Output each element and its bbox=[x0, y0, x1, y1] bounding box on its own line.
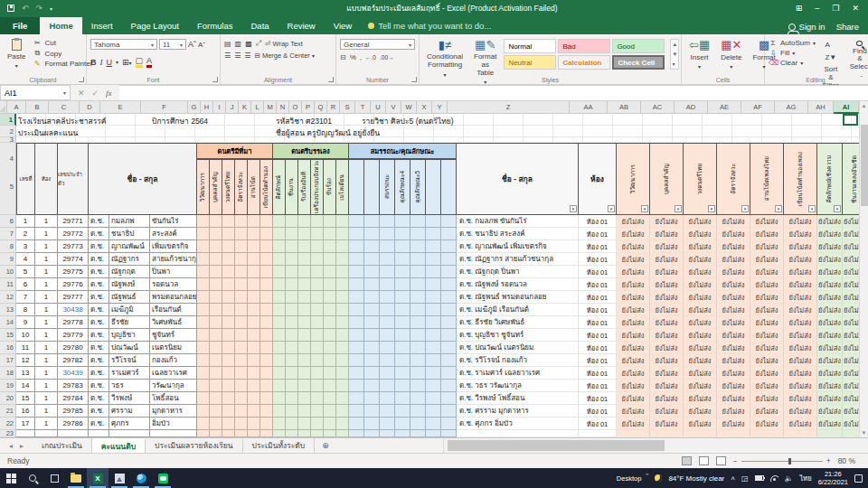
tell-me-box[interactable]: Tell me what you want to do... bbox=[361, 17, 498, 34]
select-all-corner[interactable] bbox=[0, 101, 7, 114]
restore-button[interactable]: ❐ bbox=[832, 4, 839, 13]
column-header-K[interactable]: K bbox=[239, 101, 251, 114]
redo-icon[interactable]: ↷ bbox=[36, 4, 43, 13]
paste-button[interactable]: Paste▾ bbox=[4, 37, 29, 73]
format-painter-button[interactable]: ✎Format Painter bbox=[33, 60, 92, 68]
number-format-select[interactable]: General▾ bbox=[340, 39, 415, 50]
sheet-tab-ประเมินผลรายห้องเรียน[interactable]: ประเมินผลรายห้องเรียน bbox=[146, 438, 242, 453]
comma-style-icon[interactable]: , bbox=[360, 53, 362, 61]
filter-button-right-header-col-7[interactable]: ▾ bbox=[834, 205, 841, 212]
row-header-19[interactable]: 19 bbox=[0, 380, 16, 392]
tab-page-layout[interactable]: Page Layout bbox=[122, 17, 188, 34]
number-dialog-launcher[interactable] bbox=[411, 77, 417, 82]
column-header-AD[interactable]: AD bbox=[675, 101, 708, 114]
insert-cells-button[interactable]: ⇦▦ Insert▾ bbox=[685, 37, 713, 73]
tab-data[interactable]: Data bbox=[242, 17, 278, 34]
column-header-W[interactable]: W bbox=[401, 101, 417, 114]
fill-color-button[interactable]: ▢ bbox=[136, 56, 144, 68]
zoom-slider[interactable]: − + bbox=[733, 456, 831, 465]
styles-gallery-scroll[interactable]: ▲▼▾ bbox=[670, 39, 679, 70]
column-header-AB[interactable]: AB bbox=[608, 101, 641, 114]
row-header-1[interactable]: 1 bbox=[0, 114, 16, 126]
column-header-Q[interactable]: Q bbox=[315, 101, 327, 114]
align-bottom-icon[interactable]: ▩ bbox=[245, 40, 252, 48]
filter-button-right-header-col-6[interactable]: ▾ bbox=[808, 205, 816, 212]
cancel-entry-icon[interactable]: ✕ bbox=[78, 89, 85, 98]
cell-style-calculation[interactable]: Calculation bbox=[558, 55, 610, 70]
minimize-button[interactable]: – bbox=[815, 4, 819, 13]
close-button[interactable]: ✕ bbox=[852, 4, 859, 13]
filter-button-right-header-col-2[interactable]: ▾ bbox=[675, 205, 682, 212]
copy-button[interactable]: ⧉Copy bbox=[33, 49, 92, 58]
column-header-D[interactable]: D bbox=[80, 101, 100, 114]
sheet-tab-เกณประเมิน[interactable]: เกณประเมิน bbox=[33, 438, 92, 453]
column-header-E[interactable]: E bbox=[100, 101, 141, 114]
filter-button-right-header-col-3[interactable]: ▾ bbox=[708, 205, 715, 212]
row-header-10[interactable]: 10 bbox=[0, 266, 16, 278]
font-dialog-launcher[interactable] bbox=[212, 77, 218, 82]
edge-taskbar-button[interactable] bbox=[130, 468, 152, 488]
excel-taskbar-button[interactable]: X bbox=[87, 468, 108, 488]
sheet-tab-ประเมินทั้งระดับ[interactable]: ประเมินทั้งระดับ bbox=[243, 438, 316, 453]
file-explorer-button[interactable] bbox=[65, 468, 87, 488]
zoom-level[interactable]: 80 % bbox=[838, 456, 855, 465]
column-header-S[interactable]: S bbox=[340, 101, 355, 114]
underline-button[interactable]: U bbox=[107, 58, 113, 67]
column-header-H[interactable]: H bbox=[201, 101, 213, 114]
column-header-F[interactable]: F bbox=[141, 101, 188, 114]
align-center-icon[interactable]: ☰ bbox=[234, 52, 241, 60]
column-header-U[interactable]: U bbox=[371, 101, 386, 114]
accounting-format-icon[interactable]: ⊟ bbox=[340, 53, 346, 61]
tab-home[interactable]: Home bbox=[40, 17, 81, 34]
name-box[interactable]: AI1▾ bbox=[0, 85, 71, 100]
tab-file[interactable]: File bbox=[0, 17, 40, 34]
clear-button[interactable]: ⌫Clear▾ bbox=[769, 59, 816, 67]
row-header-13[interactable]: 13 bbox=[0, 304, 16, 316]
row-header-16[interactable]: 16 bbox=[0, 342, 16, 354]
sheet-tab-คะแนนดิบ[interactable]: คะแนนดิบ bbox=[92, 438, 146, 453]
volume-icon[interactable]: 🔈 bbox=[785, 474, 794, 483]
column-header-X[interactable]: X bbox=[417, 101, 432, 114]
column-header-AH[interactable]: AH bbox=[808, 101, 834, 114]
tab-formulas[interactable]: Formulas bbox=[188, 17, 242, 34]
column-header-V[interactable]: V bbox=[386, 101, 401, 114]
new-sheet-button[interactable]: ⊕ bbox=[315, 438, 336, 453]
align-top-icon[interactable]: ▤ bbox=[224, 40, 231, 48]
cell-style-good[interactable]: Good bbox=[612, 39, 665, 53]
row-header-17[interactable]: 17 bbox=[0, 354, 16, 367]
cut-button[interactable]: ✂Cut bbox=[33, 39, 92, 47]
column-header-A[interactable]: A bbox=[7, 101, 26, 114]
percent-style-icon[interactable]: % bbox=[350, 53, 356, 61]
font-color-button[interactable]: A bbox=[146, 56, 152, 68]
filter-button-right-header-col-4[interactable]: ▾ bbox=[741, 205, 749, 212]
column-header-J[interactable]: J bbox=[226, 101, 239, 114]
autosum-button[interactable]: ΣAutoSum▾ bbox=[769, 39, 816, 47]
row-header-2[interactable]: 2 bbox=[0, 126, 16, 137]
page-break-view-icon[interactable] bbox=[716, 456, 726, 465]
column-header-AC[interactable]: AC bbox=[641, 101, 675, 114]
row-header-11[interactable]: 11 bbox=[0, 278, 16, 291]
column-header-AI[interactable]: AI bbox=[834, 101, 859, 114]
format-as-table-button[interactable]: ▦✎ Format as Table▾ bbox=[470, 37, 500, 73]
display-tray-icon[interactable]: ◲ bbox=[741, 474, 749, 483]
row-header-18[interactable]: 18 bbox=[0, 367, 16, 380]
column-header-T[interactable]: T bbox=[355, 101, 371, 114]
start-button[interactable] bbox=[0, 468, 22, 488]
row-header-9[interactable]: 9 bbox=[0, 253, 16, 266]
shrink-font-button[interactable]: Aˇ bbox=[198, 41, 205, 49]
alignment-dialog-launcher[interactable] bbox=[328, 77, 334, 82]
align-middle-icon[interactable]: ▥ bbox=[235, 40, 242, 48]
column-header-G[interactable]: G bbox=[188, 101, 201, 114]
qat-customize-icon[interactable]: ▾ bbox=[50, 5, 52, 12]
page-layout-view-icon[interactable] bbox=[699, 456, 709, 465]
find-select-button[interactable]: Find & Select bbox=[846, 37, 868, 73]
italic-button[interactable]: I bbox=[100, 58, 103, 67]
row-header-15[interactable]: 15 bbox=[0, 329, 16, 342]
fill-button[interactable]: ⇩Fill▾ bbox=[769, 49, 816, 57]
column-header-Y[interactable]: Y bbox=[432, 101, 448, 114]
share-button[interactable]: Share bbox=[836, 22, 859, 32]
battery-icon[interactable] bbox=[755, 475, 764, 481]
sign-in-button[interactable]: Sign in bbox=[788, 22, 826, 32]
row-header-6[interactable]: 6 bbox=[0, 215, 16, 228]
filter-button-right-header-col-1[interactable]: ▾ bbox=[641, 205, 648, 212]
